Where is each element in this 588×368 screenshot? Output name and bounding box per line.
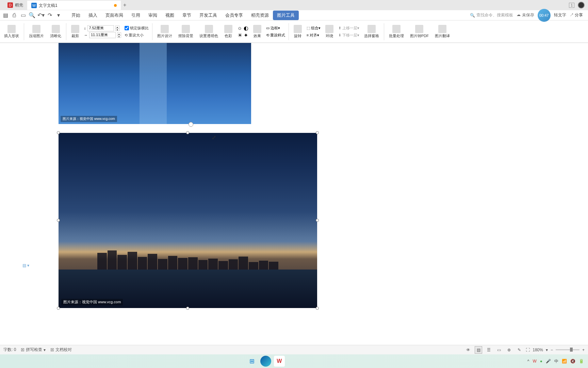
effect-button[interactable]: 效果: [252, 25, 263, 39]
color-button[interactable]: 色彩: [223, 25, 234, 39]
menu-chapter[interactable]: 章节: [178, 11, 195, 20]
reset-size-button[interactable]: ⟲ 重设大小: [125, 33, 149, 38]
compress-button[interactable]: 压缩图片: [28, 25, 45, 39]
batch-button[interactable]: 批量处理: [388, 25, 405, 39]
wps-icon[interactable]: W: [274, 356, 285, 367]
outline-view-icon[interactable]: ☰: [485, 346, 492, 354]
pen-icon[interactable]: ✎: [516, 346, 523, 354]
undo-button[interactable]: ↶▾: [37, 12, 45, 19]
save-icon[interactable]: ▤: [2, 12, 9, 19]
border-button[interactable]: ▭ 边框▾: [266, 26, 285, 31]
remove-bg-button[interactable]: 抠除背景: [177, 25, 195, 39]
insert-shape-button[interactable]: 插入形状: [3, 25, 20, 39]
clarity-button[interactable]: 清晰化: [49, 25, 63, 39]
fit-icon[interactable]: ⛶: [526, 348, 530, 352]
resize-handle-n[interactable]: [186, 131, 189, 134]
tray-w-icon[interactable]: W: [533, 359, 536, 364]
tab-docer[interactable]: D 稻壳: [3, 1, 27, 10]
menu-insert[interactable]: 插入: [84, 11, 101, 20]
reading-view-icon[interactable]: ▭: [495, 346, 503, 354]
command-search[interactable]: 🔍 查找命令、搜索模板: [470, 12, 513, 18]
zoom-thumb[interactable]: [570, 348, 573, 352]
new-tab-button[interactable]: +: [121, 1, 129, 9]
height-down[interactable]: ▾: [115, 28, 119, 31]
avatar[interactable]: [578, 2, 585, 9]
menu-docer-res[interactable]: 稻壳资源: [247, 11, 273, 20]
rotate-button[interactable]: 旋转: [292, 25, 303, 39]
battery-icon[interactable]: 🔋: [579, 359, 584, 364]
menu-devtools[interactable]: 开发工具: [195, 11, 221, 20]
height-up[interactable]: ▴: [115, 26, 119, 28]
preview-icon[interactable]: ▭: [19, 12, 27, 19]
zoom-dropdown-icon[interactable]: ▾: [546, 348, 548, 352]
zoom-in-button[interactable]: +: [582, 348, 585, 352]
web-view-icon[interactable]: ⊕: [505, 346, 513, 354]
qat-more-icon[interactable]: ▾: [55, 12, 62, 19]
ime-icon[interactable]: 中: [554, 358, 558, 364]
lock-ratio-checkbox[interactable]: 锁定纵横比: [125, 26, 149, 31]
tab-document[interactable]: W 文字文稿1: [27, 1, 121, 10]
record-time-badge[interactable]: 00:47: [538, 9, 551, 22]
zoom-slider[interactable]: [556, 349, 579, 350]
zoom-out-button[interactable]: −: [551, 348, 553, 352]
wrap-button[interactable]: 环绕: [324, 25, 335, 39]
resize-handle-w[interactable]: [57, 219, 60, 222]
contrast-icon[interactable]: ◐: [244, 25, 248, 31]
mic-icon[interactable]: 🎤: [546, 359, 551, 364]
edge-icon[interactable]: [260, 356, 271, 367]
resize-handle-e[interactable]: [316, 219, 319, 222]
save-status[interactable]: ☁ 未保存: [517, 12, 534, 18]
menu-review[interactable]: 审阅: [144, 11, 161, 20]
translate-button[interactable]: 图片翻译: [434, 25, 451, 39]
move-down-button[interactable]: ⬇ 下移一层▾: [338, 33, 359, 38]
height-input[interactable]: [87, 25, 114, 31]
resize-handle-s[interactable]: [186, 307, 189, 310]
pic-design-button[interactable]: 图片设计: [156, 25, 174, 39]
resize-handle-nw[interactable]: [57, 131, 60, 134]
image-1[interactable]: 图片来源：视觉中国 www.vcg.com: [59, 43, 251, 124]
redo-button[interactable]: ↷: [46, 12, 53, 19]
wifi-icon[interactable]: 📶: [562, 359, 567, 364]
menu-member[interactable]: 会员专享: [221, 11, 247, 20]
group-button[interactable]: ⬚ 组合▾: [307, 26, 321, 31]
resize-handle-sw[interactable]: [57, 307, 60, 310]
sun-icon[interactable]: ☀: [238, 32, 242, 39]
to-pdf-button[interactable]: 图片转PDF: [409, 25, 430, 39]
page-view-icon[interactable]: ▤: [475, 346, 482, 354]
align-button[interactable]: ≡ 对齐▾: [307, 33, 321, 38]
rotate-handle-icon[interactable]: [189, 122, 193, 127]
image-2-selected[interactable]: 图片来源：视觉中国 www.vcg.com: [59, 133, 317, 308]
eye-icon[interactable]: 👁: [464, 346, 472, 354]
resize-handle-ne[interactable]: [316, 131, 319, 134]
select-pane-button[interactable]: 选择窗格: [363, 25, 380, 39]
menu-view[interactable]: 视图: [161, 11, 178, 20]
layout-options-button[interactable]: ▤ ▾: [22, 263, 29, 268]
menu-picture-tools[interactable]: 图片工具: [273, 11, 299, 20]
to-text-button[interactable]: 转文字: [554, 12, 566, 18]
width-down[interactable]: ▾: [117, 35, 121, 38]
menu-layout[interactable]: 页面布局: [101, 11, 127, 20]
transparent-button[interactable]: 设置透明色: [198, 25, 219, 39]
move-up-button[interactable]: ⬆ 上移一层▾: [338, 26, 359, 31]
brightness-icon[interactable]: ☼: [237, 25, 242, 31]
width-up[interactable]: ▴: [117, 32, 121, 35]
tray-green-icon[interactable]: ●: [540, 359, 542, 364]
volume-icon[interactable]: 🔇: [570, 359, 575, 364]
resize-handle-se[interactable]: [316, 307, 319, 310]
menu-start[interactable]: 开始: [67, 11, 84, 20]
menu-reference[interactable]: 引用: [127, 11, 144, 20]
print-direct-icon[interactable]: 🔍: [28, 12, 36, 19]
window-count-badge[interactable]: 1: [569, 3, 574, 8]
word-count[interactable]: 字数: 0: [3, 347, 16, 353]
document-canvas[interactable]: 图片来源：视觉中国 www.vcg.com 图片来源：视觉中国 www.vcg.…: [0, 43, 588, 345]
spellcheck-button[interactable]: ☒ 拼写检查 ▾: [21, 347, 46, 353]
print-icon[interactable]: ⎙: [11, 12, 18, 19]
tray-chevron-icon[interactable]: ^: [527, 359, 529, 364]
crop-button[interactable]: 裁剪: [70, 25, 81, 39]
moon-icon[interactable]: ✦: [244, 32, 248, 39]
proofread-button[interactable]: ☒ 文档校对: [50, 347, 72, 353]
share-button[interactable]: ↗ 分享: [570, 12, 583, 18]
width-input[interactable]: [89, 32, 116, 38]
reset-style-button[interactable]: ⟲ 重设样式: [266, 33, 285, 38]
start-button[interactable]: ⊞: [247, 356, 258, 367]
